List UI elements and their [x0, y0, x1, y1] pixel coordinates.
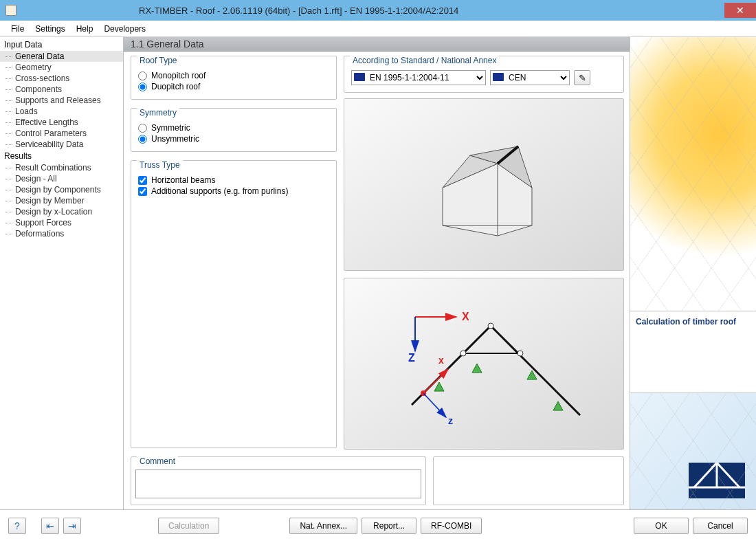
side-banner: RX-TIMBER Roof Calculation of timber roo…: [630, 37, 756, 509]
legend-symmetry: Symmetry: [137, 108, 179, 118]
next-button[interactable]: ⇥: [63, 518, 81, 534]
radio-unsymmetric-label: Unsymmetric: [151, 134, 199, 144]
axis-z-upper-label: Z: [408, 352, 415, 364]
check-horizontal-beams-label: Horizontal beams: [151, 175, 215, 185]
tree-item-result-combinations[interactable]: Result Combinations: [0, 162, 123, 173]
radio-monopitch[interactable]: Monopitch roof: [138, 70, 329, 81]
menu-bar: File Settings Help Developers: [0, 21, 756, 37]
group-comment: Comment: [131, 456, 426, 505]
menu-file[interactable]: File: [5, 22, 30, 36]
rf-combi-button[interactable]: RF-COMBI: [421, 518, 482, 534]
edit-annex-button[interactable]: ✎: [574, 70, 590, 85]
svg-marker-12: [434, 382, 444, 391]
house-3d-icon: [394, 122, 573, 246]
group-standard: According to Standard / National Annex E…: [344, 56, 624, 93]
tree-root-results[interactable]: Results: [0, 150, 123, 162]
axis-x-lower-label: x: [438, 355, 444, 366]
ok-button[interactable]: OK: [634, 518, 689, 534]
radio-unsymmetric[interactable]: Unsymmetric: [138, 133, 329, 144]
navigator-tree: Input Data General Data Geometry Cross-s…: [0, 37, 124, 509]
tree-item-cross-sections[interactable]: Cross-sections: [0, 73, 123, 84]
tree-item-support-forces[interactable]: Support Forces: [0, 217, 123, 228]
select-standard-code[interactable]: EN 1995-1-1:2004-11: [351, 70, 486, 85]
legend-comment: Comment: [137, 456, 178, 466]
check-horizontal-beams[interactable]: Horizontal beams: [138, 175, 329, 186]
radio-symmetric-input[interactable]: [138, 124, 147, 133]
svg-point-10: [460, 351, 466, 356]
page-title: 1.1 General Data: [124, 37, 630, 52]
radio-duopitch-input[interactable]: [138, 82, 147, 91]
help-icon: ?: [14, 520, 20, 531]
check-horizontal-beams-input[interactable]: [138, 176, 147, 185]
window-title: RX-TIMBER - Roof - 2.06.1119 (64bit) - […: [22, 5, 458, 16]
radio-symmetric-label: Symmetric: [151, 123, 190, 133]
calculation-button[interactable]: Calculation: [158, 518, 219, 534]
radio-duopitch-label: Duopitch roof: [151, 82, 200, 91]
menu-settings[interactable]: Settings: [30, 22, 70, 36]
svg-rect-21: [689, 463, 745, 498]
tree-item-deformations[interactable]: Deformations: [0, 228, 123, 239]
tree-item-design-components[interactable]: Design by Components: [0, 184, 123, 195]
radio-unsymmetric-input[interactable]: [138, 135, 147, 144]
legend-roof-type: Roof Type: [137, 56, 179, 65]
tree-item-supports-releases[interactable]: Supports and Releases: [0, 95, 123, 106]
tree-item-serviceability-data[interactable]: Serviceability Data: [0, 139, 123, 150]
svg-line-20: [423, 393, 446, 417]
menu-developers[interactable]: Developers: [98, 22, 151, 36]
group-truss-type: Truss Type Horizontal beams Additional s…: [131, 160, 337, 448]
tree-item-design-xlocation[interactable]: Design by x-Location: [0, 206, 123, 217]
svg-line-7: [491, 326, 580, 415]
bottom-toolbar: ? ⇤ ⇥ Calculation Nat. Annex... Report..…: [0, 509, 756, 541]
banner-graphic: RX-TIMBER Roof: [630, 37, 756, 311]
svg-line-25: [717, 463, 740, 487]
3d-roof-preview: [344, 98, 624, 271]
radio-monopitch-label: Monopitch roof: [151, 71, 205, 80]
check-additional-supports-input[interactable]: [138, 187, 147, 196]
radio-symmetric[interactable]: Symmetric: [138, 122, 329, 133]
prev-icon: ⇤: [46, 520, 54, 531]
edit-icon: ✎: [579, 73, 586, 83]
tree-item-loads[interactable]: Loads: [0, 106, 123, 117]
comment-textarea[interactable]: [135, 470, 421, 498]
prev-button[interactable]: ⇤: [41, 518, 59, 534]
app-icon: [5, 5, 16, 16]
close-button[interactable]: ✕: [724, 3, 756, 18]
tree-item-components[interactable]: Components: [0, 84, 123, 95]
cancel-button[interactable]: Cancel: [693, 518, 748, 534]
title-bar: RX-TIMBER - Roof - 2.06.1119 (64bit) - […: [0, 0, 756, 21]
legend-truss-type: Truss Type: [137, 160, 183, 170]
2d-truss-preview: X Z x z: [344, 278, 624, 450]
report-button[interactable]: Report...: [362, 518, 416, 534]
tree-item-effective-lengths[interactable]: Effective Lengths: [0, 117, 123, 128]
truss-2d-icon: X Z x z: [374, 295, 594, 432]
banner-logo-area: [630, 393, 756, 509]
banner-description: Calculation of timber roof: [630, 311, 756, 393]
radio-monopitch-input[interactable]: [138, 71, 147, 80]
tree-item-design-member[interactable]: Design by Member: [0, 195, 123, 206]
select-national-annex[interactable]: CEN: [490, 70, 570, 85]
svg-line-24: [694, 463, 717, 487]
tree-item-general-data[interactable]: General Data: [0, 51, 123, 62]
menu-help[interactable]: Help: [71, 22, 99, 36]
tree-item-control-parameters[interactable]: Control Parameters: [0, 128, 123, 139]
svg-marker-15: [553, 401, 563, 410]
group-empty: [433, 456, 624, 505]
legend-standard: According to Standard / National Annex: [350, 56, 499, 65]
axis-x-upper-label: X: [462, 311, 469, 322]
tree-item-geometry[interactable]: Geometry: [0, 62, 123, 73]
next-icon: ⇥: [68, 520, 76, 531]
dlubal-logo: [689, 463, 745, 498]
svg-point-11: [518, 351, 523, 356]
group-roof-type: Roof Type Monopitch roof Duopitch roof: [131, 56, 337, 100]
svg-point-9: [488, 323, 493, 329]
svg-marker-13: [472, 364, 482, 373]
check-additional-supports[interactable]: Additional supports (e.g. from purlins): [138, 186, 329, 197]
tree-root-input[interactable]: Input Data: [0, 38, 123, 51]
nat-annex-button[interactable]: Nat. Annex...: [289, 518, 357, 534]
help-button[interactable]: ?: [8, 518, 26, 534]
check-additional-supports-label: Additional supports (e.g. from purlins): [151, 186, 288, 196]
tree-item-design-all[interactable]: Design - All: [0, 173, 123, 184]
radio-duopitch[interactable]: Duopitch roof: [138, 81, 329, 92]
group-symmetry: Symmetry Symmetric Unsymmetric: [131, 108, 337, 152]
axis-z-lower-label: z: [448, 415, 453, 426]
